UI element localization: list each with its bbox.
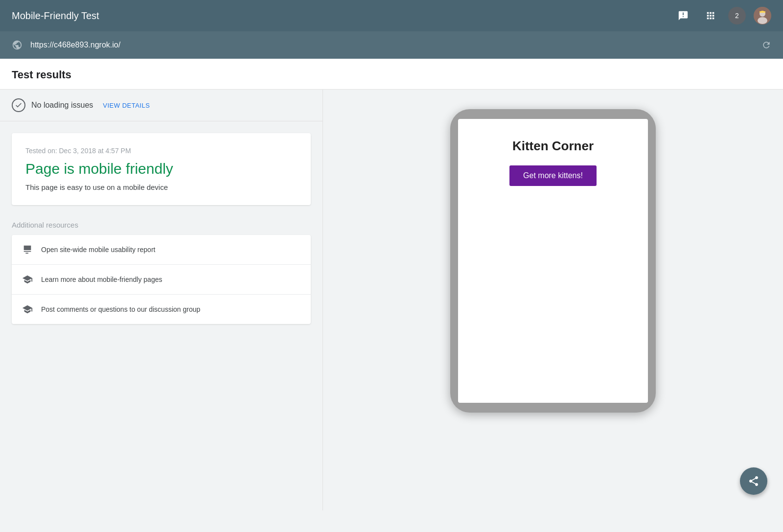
monitor-icon xyxy=(22,244,33,255)
notifications-badge[interactable]: 2 xyxy=(728,7,746,24)
svg-rect-3 xyxy=(760,11,761,13)
share-icon xyxy=(748,475,760,487)
phone-mockup: Kitten Corner Get more kittens! xyxy=(450,109,656,413)
check-icon xyxy=(12,98,25,112)
phone-cta-button[interactable]: Get more kittens! xyxy=(509,165,597,186)
refresh-icon[interactable] xyxy=(761,40,771,50)
resource-item-0[interactable]: Open site-wide mobile usability report xyxy=(12,235,311,265)
svg-point-2 xyxy=(758,17,767,24)
resource-item-2[interactable]: Post comments or questions to our discus… xyxy=(12,295,311,324)
content-area: No loading issues VIEW DETAILS Tested on… xyxy=(0,90,783,510)
svg-rect-4 xyxy=(761,11,763,13)
additional-resources-section: Additional resources Open site-wide mobi… xyxy=(0,217,322,324)
test-results-header: Test results xyxy=(0,59,783,90)
resource-text-0: Open site-wide mobile usability report xyxy=(41,246,155,254)
share-fab-button[interactable] xyxy=(740,467,767,495)
apps-button[interactable] xyxy=(701,6,720,25)
feedback-icon xyxy=(678,10,689,21)
additional-resources-title: Additional resources xyxy=(12,221,311,229)
loading-status-bar: No loading issues VIEW DETAILS xyxy=(0,90,322,121)
tested-on-text: Tested on: Dec 3, 2018 at 4:57 PM xyxy=(25,147,297,155)
header-actions: 2 xyxy=(673,6,771,25)
avatar-icon xyxy=(754,7,771,24)
school-icon-2 xyxy=(22,303,33,315)
feedback-button[interactable] xyxy=(673,6,693,25)
globe-icon xyxy=(12,40,23,50)
app-header: Mobile-Friendly Test 2 xyxy=(0,0,783,31)
loading-status-text: No loading issues xyxy=(31,101,93,110)
result-title: Page is mobile friendly xyxy=(25,161,297,177)
right-panel: Kitten Corner Get more kittens! xyxy=(323,90,783,510)
resource-text-2: Post comments or questions to our discus… xyxy=(41,305,200,313)
left-panel: No loading issues VIEW DETAILS Tested on… xyxy=(0,90,323,510)
school-icon-1 xyxy=(22,274,33,285)
apps-icon xyxy=(705,10,716,21)
globe-svg xyxy=(12,40,23,50)
app-title: Mobile-Friendly Test xyxy=(12,10,99,22)
resource-text-1: Learn more about mobile-friendly pages xyxy=(41,276,162,283)
url-bar: https://c468e893.ngrok.io/ xyxy=(0,31,783,59)
page-title: Test results xyxy=(12,69,71,81)
user-avatar[interactable] xyxy=(754,7,771,24)
view-details-link[interactable]: VIEW DETAILS xyxy=(103,102,150,109)
result-description: This page is easy to use on a mobile dev… xyxy=(25,183,297,191)
resource-item-1[interactable]: Learn more about mobile-friendly pages xyxy=(12,265,311,295)
phone-screen: Kitten Corner Get more kittens! xyxy=(458,119,648,403)
resources-card: Open site-wide mobile usability report L… xyxy=(12,235,311,324)
result-card: Tested on: Dec 3, 2018 at 4:57 PM Page i… xyxy=(12,133,311,205)
svg-rect-5 xyxy=(763,11,765,13)
phone-site-title: Kitten Corner xyxy=(512,139,594,154)
url-input[interactable]: https://c468e893.ngrok.io/ xyxy=(30,41,754,49)
